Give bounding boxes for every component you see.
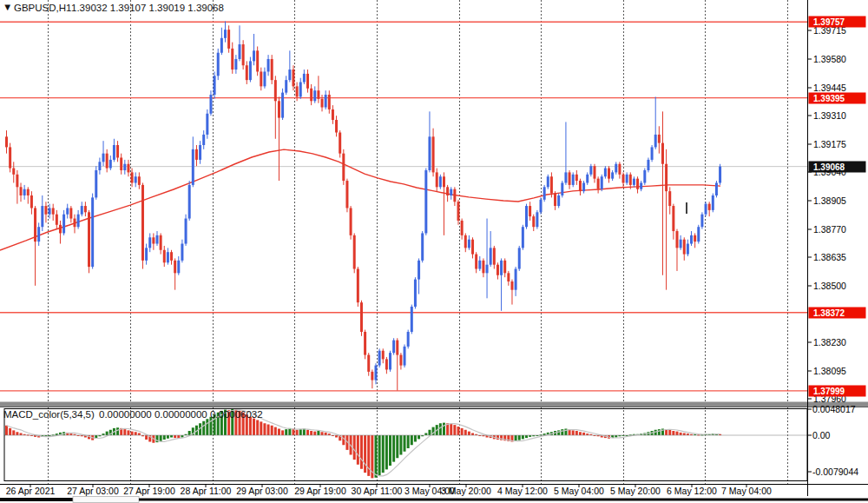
candle-body bbox=[633, 179, 635, 185]
candle-body bbox=[593, 166, 595, 178]
candle-body bbox=[332, 109, 334, 120]
candle-body bbox=[719, 167, 721, 183]
candle-body bbox=[253, 50, 255, 61]
candle-body bbox=[518, 248, 521, 268]
candle-body bbox=[69, 208, 72, 218]
candle-body bbox=[490, 248, 492, 264]
candle-body bbox=[260, 71, 262, 86]
candle-body bbox=[339, 133, 341, 154]
macd-histogram-bar bbox=[5, 426, 8, 435]
candle-body bbox=[683, 240, 686, 255]
macd-histogram-bar bbox=[680, 433, 682, 435]
main-price-panel[interactable] bbox=[0, 21, 807, 390]
macd-histogram-bar bbox=[206, 419, 208, 435]
candle-body bbox=[303, 74, 306, 83]
candle-body bbox=[49, 208, 51, 214]
candle-body bbox=[66, 208, 69, 214]
candle-body bbox=[95, 170, 97, 197]
candle-body bbox=[654, 135, 657, 147]
current-price-tag-text: 1.39068 bbox=[813, 162, 845, 172]
candle-body bbox=[471, 240, 474, 255]
candle-body bbox=[385, 359, 388, 369]
candle-body bbox=[608, 169, 610, 179]
candle-body bbox=[73, 219, 76, 228]
price-line-tag-text: 1.39395 bbox=[813, 94, 845, 103]
macd-histogram-bar bbox=[253, 419, 255, 435]
candle-body bbox=[443, 176, 445, 187]
candle-body bbox=[256, 50, 259, 71]
time-axis[interactable]: 26 Apr 202127 Apr 03:0027 Apr 19:0028 Ap… bbox=[0, 484, 868, 503]
candle-body bbox=[697, 227, 700, 242]
chart-canvas[interactable]: 1.397151.395801.394451.393101.391751.390… bbox=[0, 0, 868, 503]
candle-body bbox=[224, 30, 227, 38]
price-axis-label: 1.38635 bbox=[813, 252, 846, 262]
candle-body bbox=[217, 53, 220, 76]
candle-body bbox=[392, 341, 395, 353]
candle-body bbox=[475, 255, 477, 269]
candle-body bbox=[687, 244, 689, 255]
candle-body bbox=[9, 147, 11, 168]
macd-histogram-bar bbox=[424, 434, 427, 436]
candle-body bbox=[357, 269, 359, 303]
quick-trade-arrow-icon[interactable]: ▼ bbox=[3, 2, 12, 12]
macd-histogram-bar bbox=[202, 421, 205, 435]
candle-body bbox=[712, 195, 714, 210]
macd-histogram-bar bbox=[615, 435, 617, 438]
candle-body bbox=[675, 231, 678, 248]
price-axis-label: 1.39175 bbox=[813, 139, 846, 149]
candle-body bbox=[450, 189, 452, 195]
candle-body bbox=[626, 175, 628, 183]
candle-body bbox=[113, 145, 115, 160]
candle-body bbox=[127, 164, 129, 173]
time-axis-label: 29 Apr 19:00 bbox=[294, 486, 346, 496]
macd-histogram-bar bbox=[160, 435, 162, 441]
macd-histogram-bar bbox=[392, 435, 395, 462]
macd-histogram-bar bbox=[325, 433, 327, 435]
candle-body bbox=[195, 149, 198, 160]
macd-histogram-bar bbox=[668, 430, 671, 435]
candle-body bbox=[665, 164, 667, 191]
candle-body bbox=[246, 65, 248, 80]
macd-histogram-bar bbox=[260, 421, 262, 435]
candle-body bbox=[148, 237, 151, 248]
candle-body bbox=[661, 143, 664, 164]
macd-histogram-bar bbox=[278, 429, 280, 436]
macd-histogram-bar bbox=[292, 429, 294, 436]
macd-histogram-bar bbox=[428, 430, 431, 435]
candle-body bbox=[507, 273, 510, 281]
candle-body bbox=[382, 351, 385, 360]
macd-histogram-bar bbox=[263, 423, 266, 435]
macd-histogram-bar bbox=[414, 435, 417, 442]
candle-body bbox=[170, 252, 173, 261]
macd-histogram-bar bbox=[374, 435, 377, 478]
macd-histogram-bar bbox=[525, 435, 528, 438]
candle-body bbox=[271, 59, 273, 80]
candle-body bbox=[404, 347, 406, 366]
candle-body bbox=[446, 187, 449, 195]
macd-histogram-bar bbox=[145, 435, 148, 440]
candle-body bbox=[321, 99, 324, 108]
candle-body bbox=[525, 206, 528, 227]
candle-body bbox=[12, 169, 15, 175]
macd-histogram-bar bbox=[672, 431, 674, 435]
candle-body bbox=[453, 189, 456, 202]
scrollbar-thumb[interactable] bbox=[73, 497, 139, 503]
time-axis-label: 4 May 12:00 bbox=[497, 486, 548, 496]
macd-histogram-bar bbox=[443, 423, 445, 435]
panel-splitter[interactable] bbox=[0, 401, 868, 407]
candle-body bbox=[188, 185, 191, 219]
candle-body bbox=[177, 261, 180, 273]
candle-body bbox=[421, 233, 424, 260]
candle-body bbox=[690, 235, 693, 244]
candle-body bbox=[20, 187, 23, 195]
candle-body bbox=[636, 179, 639, 189]
macd-histogram-bar bbox=[518, 435, 521, 440]
macd-histogram-bar bbox=[575, 431, 578, 435]
candle-body bbox=[335, 120, 338, 132]
candle-body bbox=[5, 136, 8, 147]
candle-body bbox=[131, 172, 134, 182]
price-axis-label: 1.38230 bbox=[813, 337, 846, 347]
candle-body bbox=[482, 261, 484, 273]
macd-histogram-bar bbox=[274, 427, 277, 435]
macd-histogram-bar bbox=[468, 432, 470, 435]
